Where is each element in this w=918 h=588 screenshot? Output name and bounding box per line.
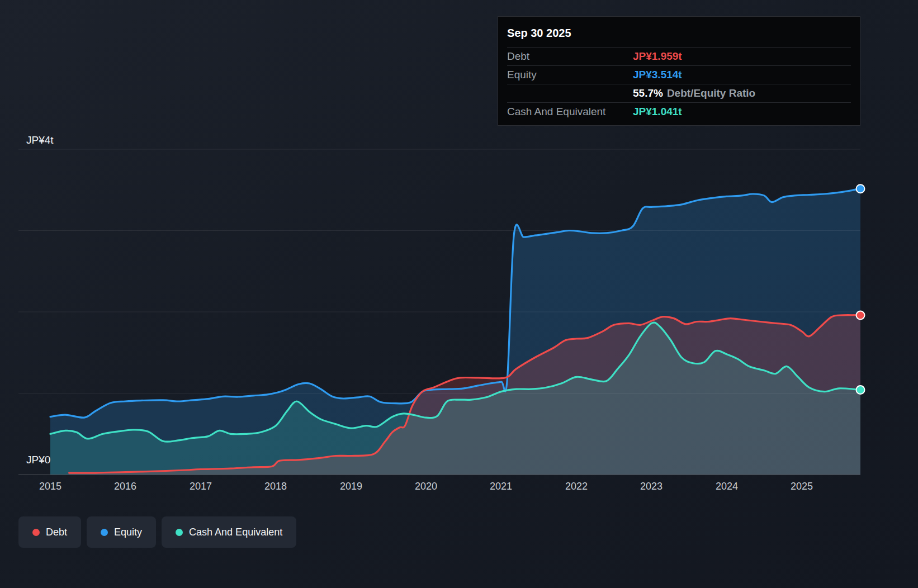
tooltip-row-equity: Equity JP¥3.514t (507, 65, 851, 84)
legend-label-equity: Equity (114, 527, 142, 538)
tooltip: Sep 30 2025 Debt JP¥1.959t Equity JP¥3.5… (498, 16, 860, 126)
legend: DebtEquityCash And Equivalent (18, 516, 296, 548)
tooltip-equity-value: JP¥3.514t (633, 69, 682, 81)
tooltip-ratio-label: Debt/Equity Ratio (667, 87, 755, 99)
x-tick-2016: 2016 (114, 481, 136, 492)
tooltip-debt-value: JP¥1.959t (633, 50, 682, 63)
equity-end-dot (857, 184, 865, 193)
tooltip-date: Sep 30 2025 (507, 23, 851, 47)
tooltip-equity-label: Equity (507, 69, 633, 81)
legend-item-equity[interactable]: Equity (87, 516, 156, 548)
cash-end-dot (857, 386, 865, 394)
x-tick-2023: 2023 (640, 481, 663, 492)
x-tick-2017: 2017 (190, 481, 212, 492)
x-tick-2020: 2020 (415, 481, 437, 492)
tooltip-debt-label: Debt (507, 50, 633, 63)
x-tick-2025: 2025 (791, 481, 813, 492)
tooltip-row-debt: Debt JP¥1.959t (507, 47, 851, 65)
x-tick-2024: 2024 (716, 481, 738, 492)
legend-item-cash[interactable]: Cash And Equivalent (162, 516, 296, 548)
debt-legend-dot (32, 529, 40, 536)
y-axis-label-min: JP¥0 (26, 454, 50, 466)
legend-item-debt[interactable]: Debt (18, 516, 81, 548)
x-tick-2019: 2019 (340, 481, 362, 492)
x-tick-2018: 2018 (264, 481, 287, 492)
debt-equity-history-chart: JP¥4t JP¥0 20152016201720182019202020212… (0, 0, 918, 588)
equity-legend-dot (101, 529, 108, 536)
x-tick-2022: 2022 (565, 481, 588, 492)
tooltip-row-cash: Cash And Equivalent JP¥1.041t (507, 102, 851, 121)
cash-legend-dot (176, 529, 183, 536)
x-tick-2015: 2015 (39, 481, 61, 492)
tooltip-cash-label: Cash And Equivalent (507, 106, 633, 118)
y-axis-label-max: JP¥4t (26, 134, 54, 146)
legend-label-debt: Debt (46, 527, 67, 538)
legend-label-cash: Cash And Equivalent (189, 527, 282, 538)
x-tick-2021: 2021 (490, 481, 512, 492)
tooltip-row-ratio: 55.7% Debt/Equity Ratio (507, 84, 851, 102)
debt-end-dot (857, 311, 865, 320)
tooltip-cash-value: JP¥1.041t (633, 106, 682, 118)
tooltip-ratio-value: 55.7% (633, 87, 663, 99)
